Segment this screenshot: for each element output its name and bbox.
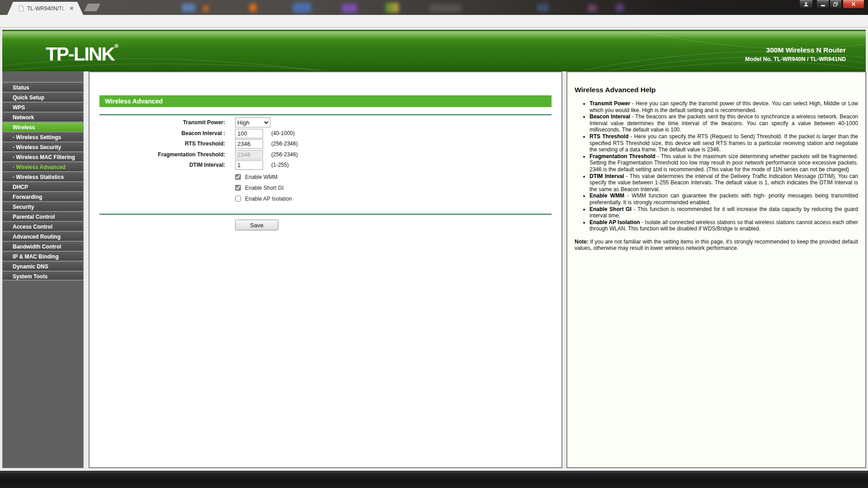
sidebar-item[interactable]: System Tools [3, 271, 83, 281]
minimize-icon [821, 5, 825, 6]
rts-threshold-hint: (256-2346) [271, 141, 298, 147]
desktop-blob [293, 3, 311, 13]
sidebar-menu: Status Quick Setup WPS Network Wireless … [2, 71, 84, 468]
note-text: If you are not familiar with the setting… [575, 239, 858, 252]
tab-close-icon[interactable]: ✕ [69, 5, 74, 11]
sidebar-item[interactable]: WPS [3, 102, 83, 112]
transmit-power-label: Transmit Power: [90, 119, 225, 126]
sidebar-item[interactable]: Dynamic DNS [3, 261, 83, 271]
minimize-button[interactable] [816, 0, 829, 9]
help-term: RTS Threshold [590, 133, 628, 140]
sidebar-item[interactable]: Security [3, 201, 83, 211]
beacon-interval-hint: (40-1000) [271, 130, 295, 136]
sidebar-items: Status Quick Setup WPS Network Wireless … [3, 82, 83, 281]
sidebar-item[interactable]: Quick Setup [3, 92, 83, 102]
sidebar-item-label: Forwarding [13, 194, 42, 200]
sidebar-item[interactable]: DHCP [3, 181, 83, 191]
sidebar-item[interactable]: - Wireless Security [3, 141, 83, 151]
sidebar-item[interactable]: - Wireless Statistics [3, 171, 83, 181]
desktop-blob [342, 4, 357, 13]
desktop-blob [250, 4, 256, 12]
sidebar-item[interactable]: - Wireless MAC Filtering [3, 151, 83, 161]
restore-button[interactable] [830, 0, 842, 9]
save-button[interactable]: Save [235, 220, 278, 230]
main-content: Wireless Advanced Transmit Power: High B… [89, 71, 562, 468]
tab-title: TL-WR940N/TL-WR941N [27, 5, 67, 12]
product-name: 300M Wireless N Router [745, 46, 846, 54]
taskbar: TL-WR940N/TL-... W P X [0, 471, 868, 488]
help-item: Enable WMM - WMM function can guarantee … [590, 192, 858, 206]
page-title: Wireless Advanced [99, 95, 552, 107]
help-text: - WMM function can guarantee the packets… [590, 192, 858, 206]
sidebar-item[interactable]: Status [3, 82, 83, 92]
sidebar-item-label: Status [13, 84, 29, 91]
sidebar-item-label: Security [13, 204, 34, 210]
enable-ap-isolation-label: Enable AP Isolation [245, 196, 292, 202]
note-label: Note: [575, 239, 589, 245]
enable-wmm-checkbox[interactable] [235, 174, 241, 180]
sidebar-item-label: Parental Control [13, 214, 55, 220]
fragmentation-threshold-input [235, 150, 263, 160]
sidebar-item[interactable]: Parental Control [3, 211, 83, 221]
sidebar-item[interactable]: - Wireless Settings [3, 131, 83, 141]
restore-icon [833, 2, 838, 7]
help-term: Fragmentation Threshold [590, 153, 655, 160]
help-item: RTS Threshold - Here you can specify the… [590, 133, 858, 153]
profile-button[interactable] [799, 0, 813, 9]
person-icon [803, 1, 809, 7]
sidebar-item-label: - Wireless Statistics [13, 174, 64, 180]
enable-ap-isolation-checkbox[interactable] [235, 196, 241, 202]
help-text: - The beacons are the packets sent by th… [590, 113, 858, 133]
dtim-interval-input[interactable] [235, 160, 263, 170]
transmit-power-select[interactable]: High [235, 117, 270, 127]
help-note: Note: If you are not familiar with the s… [575, 239, 858, 252]
sidebar-item[interactable]: Bandwidth Control [3, 241, 83, 251]
sidebar-item[interactable]: Wireless [3, 122, 83, 131]
help-term: Beacon Interval [590, 113, 630, 120]
divider-top [99, 114, 552, 115]
help-term: Enable WMM [590, 192, 624, 199]
browser-toolbar: 192.168.0.1 A [0, 15, 868, 28]
sidebar-item-label: Wireless [13, 124, 35, 131]
desktop-blob [385, 3, 399, 13]
sidebar-item[interactable]: - Wireless Advanced [3, 161, 83, 171]
close-button[interactable]: ✕ [843, 0, 864, 9]
enable-wmm-label: Enable WMM [245, 174, 278, 180]
enable-short-gi-checkbox[interactable] [235, 185, 241, 191]
sidebar-item-label: Access Control [13, 224, 52, 230]
sidebar-item[interactable]: Forwarding [3, 191, 83, 201]
sidebar-item-label: - Wireless Security [13, 144, 61, 150]
help-item: Enable AP Isolation - Isolate all connec… [590, 219, 858, 232]
router-info: 300M Wireless N Router Model No. TL-WR94… [745, 46, 846, 62]
desktop-blob [616, 4, 624, 12]
help-text: - Here you can specify the transmit powe… [590, 100, 858, 113]
fragmentation-threshold-label: Fragmentation Threshold: [90, 151, 225, 158]
help-item: Beacon Interval - The beacons are the pa… [590, 113, 858, 133]
close-icon: ✕ [851, 1, 856, 7]
help-item: Enable Short GI - This function is recom… [590, 206, 858, 219]
screen: TL-WR940N/TL-WR941N ✕ ✕ [0, 0, 868, 488]
help-term: Enable AP Isolation [590, 219, 640, 225]
desktop-blob [537, 4, 549, 12]
dtim-interval-label: DTIM Interval: [90, 162, 225, 168]
beacon-interval-input[interactable] [235, 129, 263, 138]
help-panel: Wireless Advanced Help Transmit Power - … [566, 71, 866, 468]
fragmentation-threshold-hint: (256-2346) [271, 151, 298, 158]
rts-threshold-input[interactable] [235, 139, 263, 149]
desktop-blob [588, 5, 597, 12]
sidebar-item[interactable]: Advanced Routing [3, 231, 83, 241]
sidebar-item[interactable]: Access Control [3, 221, 83, 231]
sidebar-item-label: IP & MAC Binding [13, 253, 59, 260]
sidebar-item-label: - Wireless Advanced [13, 164, 66, 170]
help-text: - Here you can specify the RTS (Request … [590, 133, 858, 153]
sidebar-item-label: Network [13, 114, 34, 121]
sidebar-item[interactable]: IP & MAC Binding [3, 251, 83, 261]
sidebar-item-label: DHCP [13, 184, 28, 190]
sidebar-item[interactable]: Network [3, 112, 83, 122]
desktop-blob [203, 5, 208, 12]
tp-link-logo: TP-LINK® [46, 42, 118, 65]
browser-tab[interactable]: TL-WR940N/TL-WR941N ✕ [7, 2, 83, 15]
sidebar-item-label: Dynamic DNS [13, 263, 48, 270]
new-tab-button[interactable] [84, 4, 101, 11]
sidebar-item-label: - Wireless MAC Filtering [13, 154, 75, 160]
